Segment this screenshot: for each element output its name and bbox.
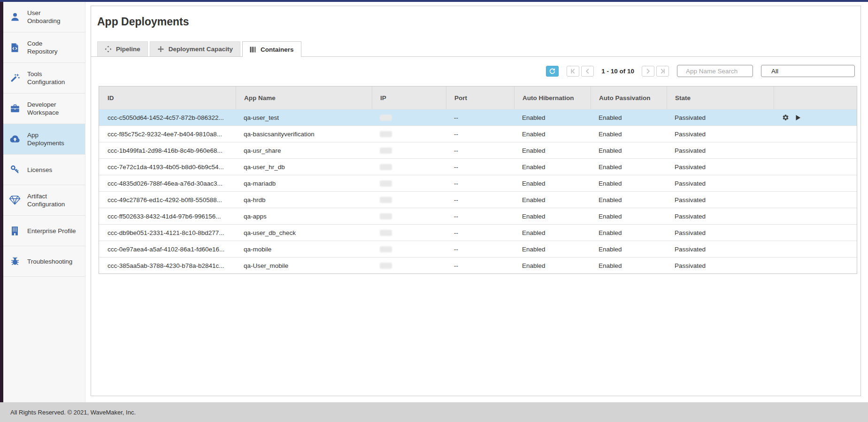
ip-redacted-blur bbox=[380, 263, 392, 269]
ip-redacted-blur bbox=[380, 115, 392, 121]
column-header-auto-hibernation: Auto Hibernation bbox=[514, 86, 591, 109]
table-row[interactable]: ccc-0e97aea4-a5af-4102-86a1-fd60e16...qa… bbox=[99, 241, 857, 257]
cell-ip bbox=[372, 192, 446, 208]
previous-page-icon bbox=[584, 68, 591, 75]
bug-icon bbox=[8, 256, 21, 266]
cell-auto-passivation: Enabled bbox=[591, 241, 667, 257]
sidebar-item-label: Enterprise Profile bbox=[27, 227, 76, 235]
ip-redacted-blur bbox=[380, 148, 392, 154]
first-page-icon bbox=[569, 68, 576, 75]
cell-app-name: qa-apps bbox=[236, 208, 372, 224]
cell-port: -- bbox=[446, 208, 514, 224]
column-header-ip: IP bbox=[372, 86, 446, 109]
cell-state: Passivated bbox=[667, 126, 774, 142]
tab-containers[interactable]: Containers bbox=[242, 41, 301, 57]
table-row[interactable]: ccc-db9be051-2331-4121-8c10-8bd277...qa-… bbox=[99, 224, 857, 241]
table-row[interactable]: ccc-385aa5ab-3788-4230-b78a-b2841c...qa-… bbox=[99, 257, 857, 274]
table-row[interactable]: ccc-ff502633-8432-41d4-97b6-996156...qa-… bbox=[99, 208, 857, 224]
cell-state: Passivated bbox=[667, 225, 774, 241]
cell-app-name: qa-user_hr_db bbox=[236, 159, 372, 175]
ip-redacted-blur bbox=[380, 230, 392, 236]
run-icon[interactable] bbox=[795, 115, 801, 121]
cell-auto-hibernation: Enabled bbox=[514, 159, 591, 175]
ip-redacted-blur bbox=[380, 197, 392, 203]
table-row[interactable]: ccc-4835d026-788f-46ea-a76d-30aac3...qa-… bbox=[99, 175, 857, 191]
column-header-state: State bbox=[667, 86, 774, 109]
footer-text: All Rights Reserved. © 2021, WaveMaker, … bbox=[10, 409, 136, 416]
first-page-button[interactable] bbox=[567, 66, 579, 77]
cell-port: -- bbox=[446, 241, 514, 257]
cell-ip bbox=[372, 208, 446, 224]
sidebar-item-code-repository[interactable]: Code Repository bbox=[3, 32, 85, 63]
cell-auto-passivation: Enabled bbox=[591, 208, 667, 224]
tab-label: Deployment Capacity bbox=[169, 46, 233, 53]
sidebar-item-user-onboarding[interactable]: User Onboarding bbox=[3, 2, 85, 32]
last-page-icon bbox=[659, 68, 666, 75]
sidebar-item-artifact-configuration[interactable]: Artifact Configuration bbox=[3, 185, 85, 216]
cell-id: ccc-db9be051-2331-4121-8c10-8bd277... bbox=[99, 225, 236, 241]
last-page-button[interactable] bbox=[656, 66, 669, 77]
settings-icon[interactable] bbox=[782, 114, 789, 121]
cell-auto-passivation: Enabled bbox=[591, 159, 667, 175]
table-body: ccc-c5050d64-1452-4c57-872b-086322...qa-… bbox=[99, 109, 857, 274]
table-row[interactable]: ccc-c5050d64-1452-4c57-872b-086322...qa-… bbox=[99, 109, 857, 125]
ip-redacted-blur bbox=[380, 164, 392, 170]
sidebar-item-label: Artifact Configuration bbox=[27, 192, 65, 208]
cell-actions bbox=[774, 258, 857, 274]
column-header-actions bbox=[774, 86, 857, 109]
cell-auto-hibernation: Enabled bbox=[514, 241, 591, 257]
cell-actions bbox=[774, 109, 857, 125]
cell-actions bbox=[774, 208, 857, 224]
cell-actions bbox=[774, 159, 857, 175]
cell-actions bbox=[774, 192, 857, 208]
cell-app-name: qa-user_test bbox=[236, 109, 372, 125]
search-input[interactable] bbox=[685, 67, 748, 75]
cell-ip bbox=[372, 258, 446, 274]
tab-pipeline[interactable]: Pipeline bbox=[97, 41, 148, 56]
sidebar-item-enterprise-profile[interactable]: Enterprise Profile bbox=[3, 216, 85, 246]
cell-auto-passivation: Enabled bbox=[591, 142, 667, 158]
filter-dropdown[interactable]: All bbox=[761, 65, 855, 77]
sidebar-item-developer-workspace[interactable]: Developer Workspace bbox=[3, 94, 85, 124]
tab-label: Pipeline bbox=[116, 46, 140, 53]
column-header-auto-passivation: Auto Passivation bbox=[591, 86, 667, 109]
diamond-icon bbox=[8, 195, 21, 205]
cell-id: ccc-4835d026-788f-46ea-a76d-30aac3... bbox=[99, 175, 236, 191]
next-page-button[interactable] bbox=[642, 66, 654, 77]
table-row[interactable]: ccc-f85c75c2-9232-4ee7-b404-9810a8...qa-… bbox=[99, 125, 857, 142]
table-row[interactable]: ccc-49c27876-ed1c-4292-b0f8-550588...qa-… bbox=[99, 191, 857, 208]
top-accent-bar bbox=[0, 0, 868, 2]
cell-ip bbox=[372, 159, 446, 175]
sidebar-item-tools-configuration[interactable]: Tools Configuration bbox=[3, 63, 85, 94]
refresh-button[interactable] bbox=[546, 66, 559, 77]
cell-id: ccc-1b499fa1-2d98-416b-8c4b-960e68... bbox=[99, 142, 236, 158]
cell-port: -- bbox=[446, 159, 514, 175]
cell-state: Passivated bbox=[667, 192, 774, 208]
page-title: App Deployments bbox=[97, 16, 189, 28]
cell-app-name: qa-User_mobile bbox=[236, 258, 372, 274]
cell-app-name: qa-mobile bbox=[236, 241, 372, 257]
cell-port: -- bbox=[446, 225, 514, 241]
toolbar: 1 - 10 of 10 All bbox=[546, 65, 855, 77]
cell-ip bbox=[372, 126, 446, 142]
sidebar-item-troubleshooting[interactable]: Troubleshooting bbox=[3, 246, 85, 277]
cell-actions bbox=[774, 175, 857, 191]
cell-id: ccc-ff502633-8432-41d4-97b6-996156... bbox=[99, 208, 236, 224]
key-icon bbox=[8, 164, 21, 175]
table-row[interactable]: ccc-7e72c1da-4193-4b05-b8d0-6b9c54...qa-… bbox=[99, 158, 857, 175]
sidebar-item-licenses[interactable]: Licenses bbox=[3, 155, 85, 185]
cell-id: ccc-c5050d64-1452-4c57-872b-086322... bbox=[99, 109, 236, 125]
app-deployments-panel: App Deployments PipelineDeployment Capac… bbox=[91, 6, 861, 396]
cell-ip bbox=[372, 225, 446, 241]
sidebar-item-app-deployments[interactable]: App Deployments bbox=[3, 124, 85, 155]
search-box[interactable] bbox=[677, 65, 753, 77]
cell-port: -- bbox=[446, 175, 514, 191]
cell-port: -- bbox=[446, 142, 514, 158]
tab-deployment-capacity[interactable]: Deployment Capacity bbox=[150, 41, 240, 56]
ip-redacted-blur bbox=[380, 213, 392, 219]
code-repository-icon bbox=[8, 43, 21, 53]
previous-page-button[interactable] bbox=[581, 66, 594, 77]
cell-auto-passivation: Enabled bbox=[591, 258, 667, 274]
sidebar-item-label: User Onboarding bbox=[27, 9, 61, 25]
table-row[interactable]: ccc-1b499fa1-2d98-416b-8c4b-960e68...qa-… bbox=[99, 142, 857, 158]
